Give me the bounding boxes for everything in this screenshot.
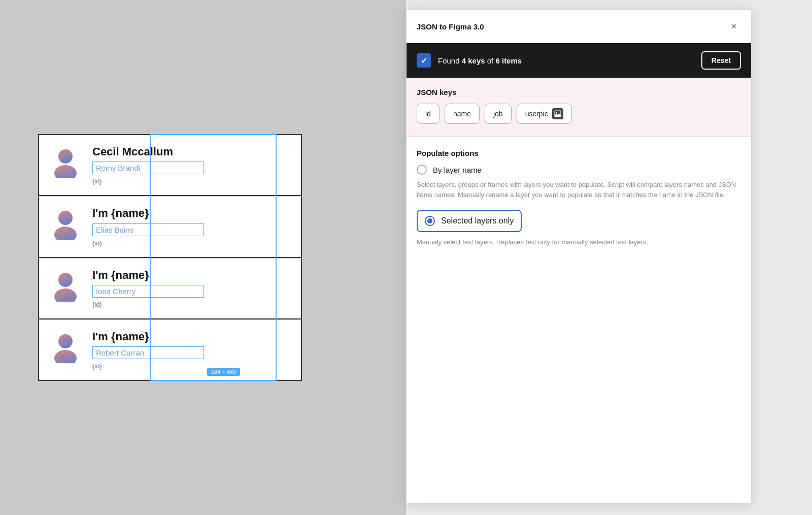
card-name-second-1: Romy Brandt	[92, 162, 204, 174]
card-id-4: {id}	[92, 362, 291, 370]
size-badge: 184 × 480	[207, 368, 240, 376]
card-name-second-4: Robert Curran	[92, 346, 204, 359]
avatar-3	[49, 269, 82, 302]
card-name-main-2: I'm {name}	[92, 207, 291, 220]
keys-row: id name job userpic	[417, 104, 741, 124]
plugin-header: JSON to Figma 3.0 ×	[407, 10, 751, 43]
checkmark-icon: ✓	[421, 56, 427, 66]
by-layer-name-label: By layer name	[433, 166, 482, 174]
json-keys-section: JSON keys id name job userpic	[407, 78, 751, 137]
card-name-main-3: I'm {name}	[92, 269, 291, 282]
selected-layers-option[interactable]: Selected layers only	[417, 210, 522, 232]
selected-layers-description: Manualy select text layers. Replaces tex…	[417, 237, 741, 247]
card-id-3: {id}	[92, 301, 291, 308]
selected-layers-label: Selected layers only	[441, 216, 514, 226]
key-tag-id[interactable]: id	[417, 104, 439, 124]
found-label: Found	[438, 56, 462, 65]
svg-point-7	[54, 350, 77, 363]
cards-container: Cecil Mccallum Romy Brandt {id}	[38, 134, 302, 381]
svg-point-1	[54, 165, 77, 178]
avatar-2	[49, 207, 82, 240]
populate-section: Populate options By layer name Select la…	[407, 137, 751, 503]
card-3: I'm {name} Iona Cherry {id}	[38, 258, 302, 319]
key-tag-name[interactable]: name	[445, 104, 480, 124]
key-tag-job[interactable]: job	[485, 104, 512, 124]
by-layer-name-description: Select layers, groups or frames with lay…	[417, 180, 741, 200]
key-name-label: name	[453, 110, 471, 118]
canvas-panel: Cecil Mccallum Romy Brandt {id}	[0, 0, 340, 515]
card-id-2: {id}	[92, 239, 291, 247]
svg-point-6	[58, 334, 73, 348]
radio-selected-dot	[427, 218, 432, 223]
plugin-panel: JSON to Figma 3.0 × ✓ Found 4 keys of 6 …	[406, 10, 751, 503]
avatar-1	[49, 145, 82, 178]
card-name-second-2: Elias Bains	[92, 223, 204, 236]
svg-point-4	[58, 273, 73, 287]
svg-point-2	[58, 211, 73, 225]
status-bar: ✓ Found 4 keys of 6 items Reset	[407, 43, 751, 78]
by-layer-name-radio[interactable]	[417, 165, 427, 175]
checked-checkbox-icon: ✓	[417, 53, 431, 68]
card-name-main-4: I'm {name}	[92, 330, 291, 343]
status-text: Found 4 keys of 6 items	[438, 56, 694, 65]
svg-point-0	[58, 149, 73, 164]
key-job-label: job	[493, 110, 503, 118]
avatar-4	[49, 330, 82, 363]
selected-layers-radio[interactable]	[425, 216, 435, 226]
svg-point-3	[54, 227, 77, 240]
items-count: 6 items	[495, 56, 522, 65]
key-id-label: id	[425, 110, 431, 118]
svg-point-5	[54, 288, 77, 302]
close-button[interactable]: ×	[727, 19, 741, 34]
reset-button[interactable]: Reset	[701, 51, 741, 70]
svg-point-9	[556, 112, 557, 114]
card-id-1: {id}	[92, 177, 291, 185]
card-1: Cecil Mccallum Romy Brandt {id}	[38, 134, 302, 196]
card-4: I'm {name} Robert Curran {id} 184 × 480	[38, 319, 302, 381]
keys-count: 4 keys	[462, 56, 485, 65]
populate-options-title: Populate options	[417, 149, 741, 157]
card-2: I'm {name} Elias Bains {id}	[38, 196, 302, 258]
by-layer-name-option[interactable]: By layer name	[417, 165, 741, 175]
key-userpic-label: userpic	[525, 110, 548, 118]
card-name-second-3: Iona Cherry	[92, 285, 204, 298]
json-keys-title: JSON keys	[417, 88, 741, 96]
plugin-title: JSON to Figma 3.0	[417, 22, 484, 31]
userpic-image-icon	[552, 108, 563, 119]
card-content-4: I'm {name} Robert Curran {id}	[92, 330, 291, 370]
card-content-3: I'm {name} Iona Cherry {id}	[92, 269, 291, 308]
card-content-1: Cecil Mccallum Romy Brandt {id}	[92, 145, 291, 185]
card-content-2: I'm {name} Elias Bains {id}	[92, 207, 291, 246]
key-tag-userpic[interactable]: userpic	[517, 104, 572, 124]
card-name-main-1: Cecil Mccallum	[92, 145, 291, 158]
